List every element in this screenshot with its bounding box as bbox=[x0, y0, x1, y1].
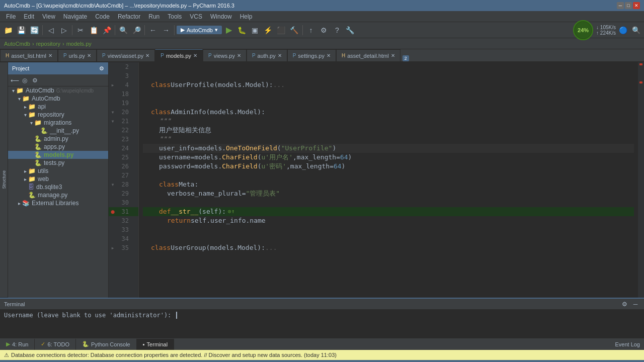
line-num: 31 bbox=[117, 207, 131, 216]
forward-btn[interactable]: ▷ bbox=[58, 24, 70, 36]
menu-view[interactable]: View bbox=[38, 12, 59, 21]
line-num: 28 bbox=[117, 180, 131, 189]
py-icon: P bbox=[102, 53, 106, 58]
menu-code[interactable]: Code bbox=[91, 12, 114, 21]
line-num: 33 bbox=[117, 225, 131, 234]
tree-migrations[interactable]: ▾ 📁 migrations bbox=[8, 119, 108, 127]
tab-overflow-counter[interactable]: 2 bbox=[403, 55, 409, 61]
tree-db[interactable]: 🗄 db.sqlite3 bbox=[8, 183, 108, 191]
sync-btn[interactable]: 🔄 bbox=[28, 24, 40, 36]
run-config-btn[interactable]: ▶ AutoCmdb ▾ bbox=[177, 26, 222, 34]
tab-asset-list[interactable]: H asset_list.html ✕ bbox=[0, 49, 58, 61]
menu-help[interactable]: Help bbox=[236, 12, 257, 21]
menu-vcs[interactable]: VCS bbox=[186, 12, 206, 21]
code-editor[interactable]: 2 3 ▸ 4 18 19 ▾ 20 ▾ bbox=[109, 62, 644, 298]
nav-fwd[interactable]: → bbox=[160, 24, 172, 36]
replace-btn[interactable]: 🔎 bbox=[130, 24, 142, 36]
tree-init[interactable]: 🐍 __init__.py bbox=[8, 127, 108, 135]
tab-close[interactable]: ✕ bbox=[193, 53, 197, 58]
py-icon: P bbox=[160, 53, 164, 58]
breadcrumb-autocmdb[interactable]: AutoCmdb bbox=[4, 41, 30, 47]
stop-btn[interactable]: ⬛ bbox=[275, 24, 287, 36]
line-num: 18 bbox=[117, 89, 131, 99]
tab-close[interactable]: ✕ bbox=[327, 53, 331, 58]
tab-auth[interactable]: P auth.py ✕ bbox=[247, 49, 287, 61]
tab-close[interactable]: ✕ bbox=[145, 53, 149, 58]
code-content[interactable]: class UserProfile ( models.Model ): ... … bbox=[139, 62, 638, 298]
breadcrumb-models[interactable]: models.py bbox=[66, 41, 92, 47]
tab-models[interactable]: P models.py ✕ bbox=[155, 49, 203, 61]
menu-tools[interactable]: Tools bbox=[164, 12, 186, 21]
minimize-button[interactable]: ─ bbox=[617, 2, 624, 9]
tree-utils[interactable]: ▸ 📁 utils bbox=[8, 167, 108, 175]
run-btn[interactable]: ▶ bbox=[223, 24, 235, 36]
sidebar-header-btns: ⚙ bbox=[99, 65, 104, 72]
tree-repository[interactable]: ▾ 📁 repository bbox=[8, 111, 108, 119]
tab-close[interactable]: ✕ bbox=[278, 53, 282, 58]
extra-btn[interactable]: 🔧 bbox=[344, 24, 356, 36]
settings-btn[interactable]: ⚙ bbox=[318, 24, 330, 36]
tab-urls[interactable]: P urls.py ✕ bbox=[58, 49, 97, 61]
close-button[interactable]: ✕ bbox=[633, 2, 640, 9]
save-btn[interactable]: 💾 bbox=[15, 24, 27, 36]
tab-terminal[interactable]: ▪ Terminal bbox=[137, 339, 174, 350]
menu-window[interactable]: Window bbox=[206, 12, 236, 21]
panel-minimize-btn[interactable]: ─ bbox=[631, 300, 640, 309]
menu-refactor[interactable]: Refactor bbox=[114, 12, 144, 21]
tab-close[interactable]: ✕ bbox=[48, 53, 52, 58]
tab-python-console[interactable]: 🐍 Python Console bbox=[76, 339, 137, 350]
global-search[interactable]: 🔍 bbox=[630, 24, 642, 36]
project-btn[interactable]: 📁 bbox=[2, 24, 14, 36]
cls-name: AdminInfo bbox=[171, 108, 206, 117]
back-btn[interactable]: ◁ bbox=[45, 24, 57, 36]
debug-btn[interactable]: 🐛 bbox=[236, 24, 248, 36]
menu-edit[interactable]: Edit bbox=[20, 12, 38, 21]
tab-views[interactable]: P views.py ✕ bbox=[203, 49, 247, 61]
tree-manage[interactable]: 🐍 manage.py bbox=[8, 191, 108, 199]
tree-admin[interactable]: 🐍 admin.py bbox=[8, 135, 108, 143]
panel-settings-btn[interactable]: ⚙ bbox=[620, 300, 629, 309]
search-btn[interactable]: 🔍 bbox=[117, 24, 129, 36]
tree-apps[interactable]: 🐍 apps.py bbox=[8, 143, 108, 151]
collapse-all[interactable]: ⟵ bbox=[10, 76, 19, 85]
tab-todo[interactable]: ✓ 6: TODO bbox=[35, 339, 76, 350]
update-icon[interactable]: 🔵 bbox=[617, 24, 629, 36]
menu-run[interactable]: Run bbox=[144, 12, 164, 21]
event-log-btn[interactable]: Event Log bbox=[615, 341, 640, 347]
tab-close[interactable]: ✕ bbox=[391, 53, 395, 58]
menu-navigate[interactable]: Navigate bbox=[59, 12, 91, 21]
profile-btn[interactable]: ⚡ bbox=[262, 24, 274, 36]
maximize-button[interactable]: □ bbox=[625, 2, 632, 9]
tab-label: urls.py bbox=[69, 53, 85, 59]
nav-back[interactable]: ← bbox=[147, 24, 159, 36]
tab-close[interactable]: ✕ bbox=[237, 53, 241, 58]
menu-file[interactable]: File bbox=[2, 12, 20, 21]
tab-run[interactable]: ▶ 4: Run bbox=[0, 339, 35, 350]
sidebar-settings[interactable]: ⚙ bbox=[30, 76, 39, 85]
paren: ) bbox=[332, 144, 336, 153]
tree-models[interactable]: 🐍 models.py bbox=[8, 151, 108, 159]
tab-views-asset[interactable]: P views\asset.py ✕ bbox=[97, 49, 155, 61]
breadcrumb-repository[interactable]: repository bbox=[36, 41, 60, 47]
build-btn[interactable]: 🔨 bbox=[288, 24, 300, 36]
vcs-update[interactable]: ↑ bbox=[305, 24, 317, 36]
tree-autocmdb-folder[interactable]: ▾ 📁 AutoCmdb bbox=[8, 95, 108, 103]
tab-settings[interactable]: P settings.py ✕ bbox=[287, 49, 336, 61]
scroll-from-source[interactable]: ◎ bbox=[20, 76, 29, 85]
tree-web[interactable]: ▸ 📁 web bbox=[8, 175, 108, 183]
sidebar-gear[interactable]: ⚙ bbox=[99, 65, 104, 72]
tab-asset-detail[interactable]: H asset_detail.html ✕ bbox=[336, 49, 400, 61]
tree-api[interactable]: ▸ 📁 api bbox=[8, 103, 108, 111]
structure-panel-btn[interactable]: Structure bbox=[0, 62, 8, 298]
tree-root[interactable]: ▾ 📁 AutoCmdb G:\wupeiqi\cmdb bbox=[8, 86, 108, 95]
tree-ext-libs[interactable]: ▸ 📚 External Libraries bbox=[8, 199, 108, 207]
tab-close[interactable]: ✕ bbox=[87, 53, 91, 58]
help-btn[interactable]: ? bbox=[331, 24, 343, 36]
terminal-icon: ▪ bbox=[143, 341, 145, 347]
cut-btn[interactable]: ✂ bbox=[74, 24, 87, 36]
coverage-btn[interactable]: ▣ bbox=[249, 24, 261, 36]
tree-tests[interactable]: 🐍 tests.py bbox=[8, 159, 108, 167]
copy-btn[interactable]: 📋 bbox=[88, 24, 100, 36]
expand-arrow: ▸ bbox=[22, 176, 28, 182]
paste-btn[interactable]: 📌 bbox=[101, 24, 113, 36]
